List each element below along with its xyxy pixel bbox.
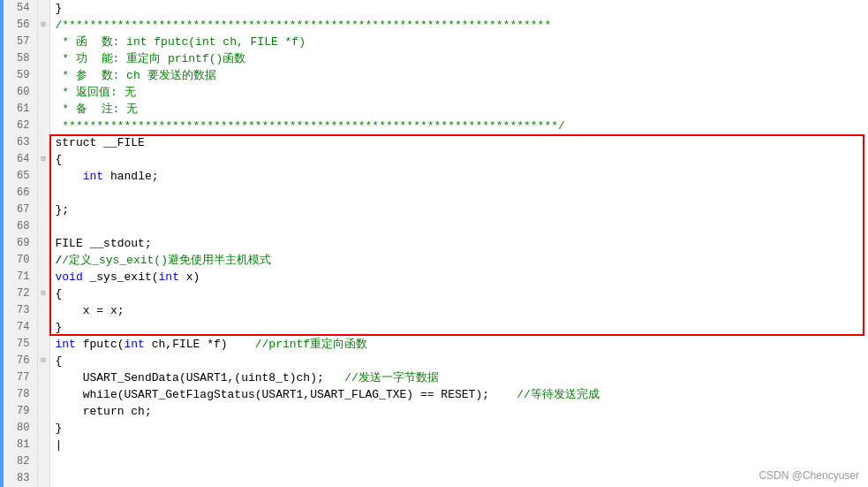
fold-indicator — [37, 336, 49, 353]
fold-indicator — [37, 235, 49, 252]
code-line-content: ****************************************… — [49, 118, 868, 134]
line-number: 68 — [0, 218, 37, 235]
table-row: 78 while(USART_GetFlagStatus(USART1,USAR… — [0, 386, 868, 403]
code-line-content: * 返回值: 无 — [49, 84, 868, 101]
code-line-content: struct __FILE — [49, 134, 868, 151]
code-line-content: } — [49, 319, 868, 336]
code-line-content: }; — [49, 202, 868, 218]
line-number: 78 — [0, 386, 37, 403]
line-number: 62 — [0, 118, 37, 134]
line-number: 64 — [0, 151, 37, 168]
fold-indicator[interactable]: ⊟ — [37, 353, 49, 369]
line-number: 76 — [0, 353, 37, 369]
line-number: 60 — [0, 84, 37, 101]
line-number: 61 — [0, 101, 37, 118]
line-number: 70 — [0, 252, 37, 269]
fold-indicator — [37, 34, 49, 50]
code-line-content: } — [49, 420, 868, 437]
code-line-content: void _sys_exit(int x) — [49, 269, 868, 285]
code-line-content: { — [49, 353, 868, 369]
fold-indicator — [37, 168, 49, 185]
code-line-content: FILE __stdout; — [49, 235, 868, 252]
table-row: 81| — [0, 437, 868, 453]
fold-indicator — [37, 202, 49, 218]
fold-indicator — [37, 319, 49, 336]
table-row: 60 * 返回值: 无 — [0, 84, 868, 101]
fold-indicator — [37, 403, 49, 420]
table-row: 82 — [0, 453, 868, 470]
line-number: 73 — [0, 302, 37, 319]
table-row: 66 — [0, 185, 868, 202]
table-row: 80} — [0, 420, 868, 437]
fold-indicator — [37, 369, 49, 386]
table-row: 76⊟{ — [0, 353, 868, 369]
table-row: 65 int handle; — [0, 168, 868, 185]
code-editor: 54}56⊟/*********************************… — [0, 0, 868, 487]
fold-indicator — [37, 84, 49, 101]
line-number: 57 — [0, 34, 37, 50]
code-line-content: x = x; — [49, 302, 868, 319]
code-line-content: { — [49, 151, 868, 168]
code-line-content: * 函 数: int fputc(int ch, FILE *f) — [49, 34, 868, 50]
code-line-content: /***************************************… — [49, 17, 868, 34]
fold-indicator — [37, 50, 49, 67]
table-row: 56⊟/************************************… — [0, 17, 868, 34]
fold-indicator — [37, 386, 49, 403]
table-row: 69FILE __stdout; — [0, 235, 868, 252]
code-line-content — [49, 185, 868, 202]
fold-indicator — [37, 134, 49, 151]
table-row: 58 * 功 能: 重定向 printf()函数 — [0, 50, 868, 67]
table-row: 62 *************************************… — [0, 118, 868, 134]
fold-indicator — [37, 269, 49, 285]
code-line-content: while(USART_GetFlagStatus(USART1,USART_F… — [49, 386, 868, 403]
table-row: 61 * 备 注: 无 — [0, 101, 868, 118]
line-number: 80 — [0, 420, 37, 437]
line-number: 82 — [0, 453, 37, 470]
line-number: 56 — [0, 17, 37, 34]
fold-indicator[interactable]: ⊟ — [37, 285, 49, 302]
table-row: 59 * 参 数: ch 要发送的数据 — [0, 67, 868, 84]
fold-indicator — [37, 67, 49, 84]
code-line-content: * 功 能: 重定向 printf()函数 — [49, 50, 868, 67]
code-line-content — [49, 470, 868, 487]
code-line-content: int fputc(int ch,FILE *f) //printf重定向函数 — [49, 336, 868, 353]
fold-indicator — [37, 252, 49, 269]
fold-indicator — [37, 437, 49, 453]
code-line-content: USART_SendData(USART1,(uint8_t)ch); //发送… — [49, 369, 868, 386]
table-row: 75int fputc(int ch,FILE *f) //printf重定向函… — [0, 336, 868, 353]
table-row: 67}; — [0, 202, 868, 218]
table-row: 63struct __FILE — [0, 134, 868, 151]
fold-indicator[interactable]: ⊟ — [37, 17, 49, 34]
line-number: 59 — [0, 67, 37, 84]
fold-indicator — [37, 218, 49, 235]
line-number: 58 — [0, 50, 37, 67]
left-edge-marker — [0, 0, 4, 487]
code-line-content: { — [49, 285, 868, 302]
table-row: 57 * 函 数: int fputc(int ch, FILE *f) — [0, 34, 868, 50]
code-table: 54}56⊟/*********************************… — [0, 0, 868, 487]
code-line-content: * 参 数: ch 要发送的数据 — [49, 67, 868, 84]
fold-indicator[interactable]: ⊟ — [37, 151, 49, 168]
table-row: 74} — [0, 319, 868, 336]
table-row: 64⊟{ — [0, 151, 868, 168]
code-line-content: * 备 注: 无 — [49, 101, 868, 118]
line-number: 65 — [0, 168, 37, 185]
line-number: 74 — [0, 319, 37, 336]
table-row: 73 x = x; — [0, 302, 868, 319]
line-number: 67 — [0, 202, 37, 218]
code-line-content: | — [49, 437, 868, 453]
line-number: 72 — [0, 285, 37, 302]
line-number: 79 — [0, 403, 37, 420]
table-row: 79 return ch; — [0, 403, 868, 420]
table-row: 77 USART_SendData(USART1,(uint8_t)ch); /… — [0, 369, 868, 386]
table-row: 70//定义_sys_exit()避免使用半主机模式 — [0, 252, 868, 269]
fold-indicator — [37, 302, 49, 319]
line-number: 69 — [0, 235, 37, 252]
fold-indicator — [37, 185, 49, 202]
code-line-content: return ch; — [49, 403, 868, 420]
fold-indicator — [37, 420, 49, 437]
line-number: 81 — [0, 437, 37, 453]
fold-indicator — [37, 470, 49, 487]
line-number: 77 — [0, 369, 37, 386]
line-number: 54 — [0, 0, 37, 17]
